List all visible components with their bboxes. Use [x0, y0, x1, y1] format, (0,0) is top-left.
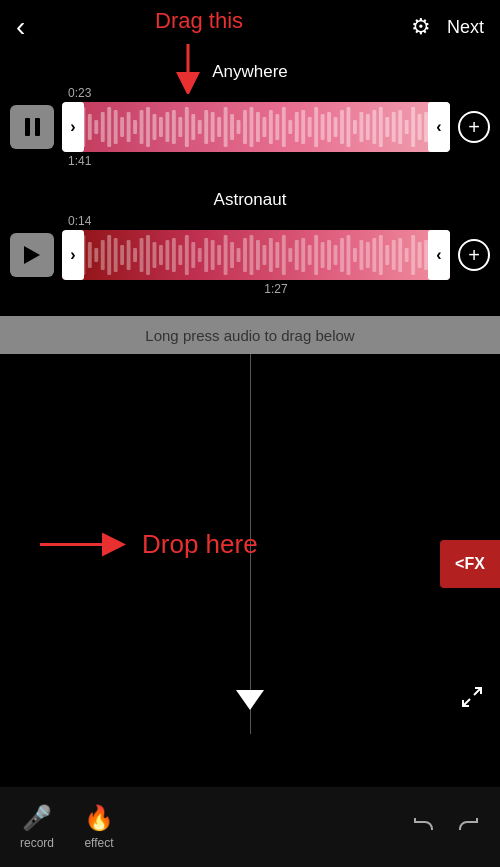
- svg-rect-80: [185, 235, 189, 275]
- microphone-icon: 🎤: [22, 804, 52, 832]
- svg-rect-40: [314, 107, 318, 147]
- svg-rect-68: [107, 235, 111, 275]
- svg-rect-88: [237, 248, 241, 262]
- divider-section: Long press audio to drag below: [0, 316, 500, 354]
- svg-rect-53: [398, 110, 402, 144]
- settings-icon[interactable]: ⚙: [411, 14, 431, 40]
- add-button-anywhere[interactable]: +: [458, 111, 490, 143]
- svg-rect-44: [340, 110, 344, 144]
- trim-handle-left-anywhere[interactable]: ›: [62, 102, 84, 152]
- svg-rect-112: [392, 240, 396, 270]
- track-astronaut: Astronaut 0:14: [0, 186, 500, 304]
- bottom-nav: 🎤 record 🔥 effect: [0, 787, 500, 867]
- svg-line-123: [463, 699, 470, 706]
- svg-rect-116: [418, 242, 422, 268]
- svg-rect-67: [101, 240, 105, 270]
- trim-handle-left-astronaut[interactable]: ›: [62, 230, 84, 280]
- svg-rect-104: [340, 238, 344, 272]
- trim-handle-right-anywhere[interactable]: ‹: [428, 102, 450, 152]
- svg-rect-87: [230, 242, 234, 268]
- drop-arrow-icon: [40, 529, 130, 559]
- svg-rect-31: [256, 112, 260, 142]
- nav-item-effect[interactable]: 🔥 effect: [84, 804, 114, 850]
- redo-button[interactable]: [456, 812, 480, 842]
- effect-label: effect: [84, 836, 113, 850]
- svg-rect-29: [243, 110, 247, 144]
- svg-rect-41: [321, 114, 325, 140]
- play-button-astronaut[interactable]: [10, 233, 54, 277]
- track-anywhere-end-time: 1:41: [10, 154, 490, 168]
- svg-rect-115: [411, 235, 415, 275]
- svg-rect-55: [411, 107, 415, 147]
- drop-here-area: Drop here: [40, 529, 258, 560]
- svg-rect-94: [275, 242, 279, 268]
- svg-rect-23: [204, 110, 208, 144]
- svg-rect-107: [359, 240, 363, 270]
- header-right: ⚙ Next: [411, 14, 484, 40]
- svg-rect-20: [185, 107, 189, 147]
- svg-rect-34: [275, 114, 279, 140]
- nav-left: 🎤 record 🔥 effect: [20, 804, 412, 850]
- svg-rect-101: [321, 242, 325, 268]
- svg-rect-7: [101, 112, 105, 142]
- pause-button-anywhere[interactable]: [10, 105, 54, 149]
- svg-rect-15: [153, 114, 157, 140]
- nav-item-record[interactable]: 🎤 record: [20, 804, 54, 850]
- svg-rect-114: [405, 248, 409, 262]
- svg-rect-11: [127, 112, 131, 142]
- fx-button[interactable]: <FX: [440, 540, 500, 588]
- svg-rect-38: [301, 110, 305, 144]
- svg-rect-89: [243, 238, 247, 272]
- track-astronaut-row: › ‹ +: [10, 230, 490, 280]
- fullscreen-icon[interactable]: [460, 685, 484, 714]
- svg-rect-69: [114, 238, 118, 272]
- svg-rect-72: [133, 248, 137, 262]
- svg-rect-51: [385, 117, 389, 137]
- svg-rect-71: [127, 240, 131, 270]
- track-anywhere-start-time: 0:23: [10, 86, 490, 100]
- svg-rect-92: [262, 245, 266, 265]
- svg-rect-102: [327, 240, 331, 270]
- undo-button[interactable]: [412, 812, 436, 842]
- waveform-anywhere[interactable]: › ‹: [62, 102, 450, 152]
- svg-rect-27: [230, 114, 234, 140]
- svg-rect-98: [301, 238, 305, 272]
- waveform-astronaut[interactable]: › ‹: [62, 230, 450, 280]
- svg-rect-28: [237, 120, 241, 134]
- trim-handle-right-astronaut[interactable]: ‹: [428, 230, 450, 280]
- svg-rect-81: [191, 242, 195, 268]
- track-anywhere: Anywhere 0:23: [0, 58, 500, 176]
- svg-rect-83: [204, 238, 208, 272]
- svg-rect-9: [114, 110, 118, 144]
- svg-rect-65: [88, 242, 92, 268]
- back-button[interactable]: ‹: [16, 11, 25, 43]
- svg-rect-35: [282, 107, 286, 147]
- svg-rect-43: [334, 117, 338, 137]
- track-anywhere-row: › ‹ +: [10, 102, 490, 152]
- drop-section[interactable]: Drop here <FX: [0, 354, 500, 734]
- add-button-astronaut[interactable]: +: [458, 239, 490, 271]
- svg-rect-50: [379, 107, 383, 147]
- nav-right: [412, 812, 480, 842]
- svg-rect-6: [94, 120, 98, 134]
- svg-rect-19: [178, 117, 182, 137]
- svg-rect-36: [288, 120, 292, 134]
- svg-rect-37: [295, 112, 299, 142]
- svg-rect-99: [308, 245, 312, 265]
- svg-rect-30: [250, 107, 254, 147]
- svg-rect-8: [107, 107, 111, 147]
- svg-rect-10: [120, 117, 124, 137]
- svg-rect-16: [159, 117, 163, 137]
- svg-rect-111: [385, 245, 389, 265]
- track-anywhere-label: Anywhere: [10, 62, 490, 82]
- svg-rect-33: [269, 110, 273, 144]
- next-button[interactable]: Next: [447, 17, 484, 38]
- svg-rect-85: [217, 245, 221, 265]
- svg-rect-108: [366, 242, 370, 268]
- svg-rect-26: [224, 107, 228, 147]
- svg-rect-45: [347, 107, 351, 147]
- svg-rect-96: [288, 248, 292, 262]
- effect-icon: 🔥: [84, 804, 114, 832]
- header: ‹ Drag this ⚙ Next: [0, 0, 500, 54]
- svg-rect-5: [88, 114, 92, 140]
